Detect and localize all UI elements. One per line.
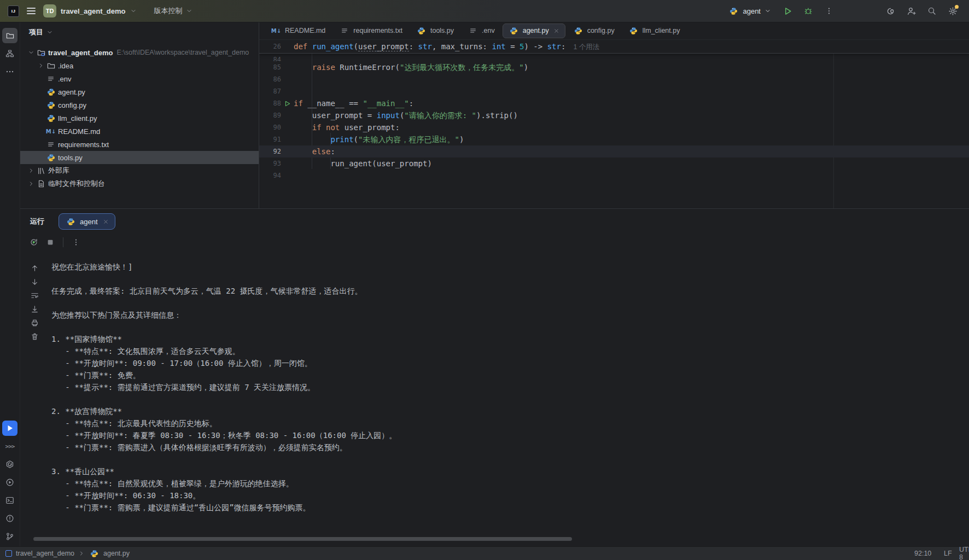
code-line-89[interactable]: 89 user_prompt = input("请输入你的需求: ").stri…	[259, 109, 969, 121]
tree-item-llm-client-py[interactable]: llm_client.py	[20, 112, 259, 125]
editor-tab-agent-py[interactable]: agent.py	[503, 24, 565, 38]
code-line-92[interactable]: 92 else:	[259, 145, 969, 158]
project-avatar: TD	[43, 4, 56, 18]
editor-tab-requirements-txt[interactable]: requirements.txt	[333, 24, 408, 38]
python-icon	[416, 27, 427, 35]
line-number: 92	[259, 145, 281, 158]
run-toolbar	[20, 232, 969, 252]
stripe-python-packages-icon[interactable]	[2, 457, 17, 472]
stripe-project-icon[interactable]	[2, 28, 17, 43]
code-line-88[interactable]: 88if __name__ == "__main__":	[259, 97, 969, 109]
tree-item-config-py[interactable]: config.py	[20, 98, 259, 112]
tree-item-tools-py[interactable]: tools.py	[20, 151, 259, 164]
code-line-93[interactable]: 93 run_agent(user_prompt)	[259, 158, 969, 170]
project-path: E:\soft\IDEA\workspace\travel_agent_demo	[117, 49, 249, 56]
gutter-slot	[281, 145, 294, 158]
code-text: def run_agent(user_prompt: str, max_turn…	[294, 40, 599, 53]
stripe-problems-icon[interactable]	[2, 511, 17, 526]
project-view-selector[interactable]: 项目	[20, 22, 259, 43]
editor-tab-readme-md[interactable]: M↓README.md	[265, 24, 331, 38]
stripe-more-tool-windows-icon[interactable]	[2, 64, 17, 79]
stripe-services-icon[interactable]	[2, 475, 17, 490]
run-tab-agent[interactable]: agent	[59, 213, 115, 230]
stripe-terminal-icon[interactable]	[2, 493, 17, 508]
console-line: - **特点**: 自然景观优美，植被翠绿，是户外游玩的绝佳选择。	[51, 477, 964, 489]
title-bar: IJ TD travel_agent_demo 版本控制 agent	[0, 0, 969, 22]
tree-item-travel-agent-demo[interactable]: travel_agent_demoE:\soft\IDEA\workspace\…	[20, 46, 259, 59]
stripe-structure-icon[interactable]	[2, 46, 17, 61]
tree-item-idea[interactable]: .idea	[20, 59, 259, 72]
debug-button[interactable]	[801, 3, 816, 19]
more-actions-button[interactable]	[821, 3, 837, 19]
settings-button[interactable]	[945, 3, 960, 19]
code-line-90[interactable]: 90 if not user_prompt:	[259, 121, 969, 133]
console-line: - **特点**: 文化氛围浓厚，适合多云天气参观。	[51, 345, 964, 357]
code-with-me-button[interactable]	[903, 3, 919, 19]
ai-assistant-button[interactable]	[883, 3, 898, 19]
editor-tab-llm-client-py[interactable]: llm_client.py	[622, 24, 686, 38]
console-line: 祝您在北京旅途愉快！]	[51, 261, 964, 273]
horizontal-scrollbar[interactable]	[33, 537, 572, 541]
editor-tab-env[interactable]: .env	[462, 24, 501, 38]
caret-position[interactable]: 92:10	[914, 547, 931, 560]
rerun-button[interactable]	[27, 235, 41, 249]
code-line-94[interactable]: 94	[259, 170, 969, 182]
stripe-run-icon[interactable]	[2, 421, 17, 436]
scroll-to-end-icon[interactable]	[28, 302, 41, 316]
gutter-slot	[281, 85, 294, 97]
stripe-version-control-icon[interactable]	[2, 529, 17, 544]
code-text: raise RuntimeError("达到最大循环次数，任务未完成。")	[294, 61, 528, 73]
usage-hint[interactable]: 1 个用法	[573, 43, 599, 51]
code-line-85[interactable]: 85 raise RuntimeError("达到最大循环次数，任务未完成。")	[259, 61, 969, 73]
more-options-button[interactable]	[69, 235, 83, 249]
close-icon[interactable]	[553, 28, 559, 34]
tree-item-env[interactable]: .env	[20, 72, 259, 85]
code-line-26[interactable]: 26def run_agent(user_prompt: str, max_tu…	[259, 40, 969, 54]
scroll-down-icon[interactable]	[28, 275, 41, 288]
soft-wrap-icon[interactable]	[28, 289, 41, 302]
code-line-91[interactable]: 91 print("未输入内容，程序已退出。")	[259, 133, 969, 145]
tree-item-requirements-txt[interactable]: requirements.txt	[20, 138, 259, 151]
search-everywhere-button[interactable]	[924, 3, 939, 19]
tree-item-临时文件和控制台[interactable]: 临时文件和控制台	[20, 177, 259, 190]
console-output[interactable]: 祝您在北京旅途愉快！] 任务完成，最终答案: 北京目前天气为多云，气温 22 摄…	[51, 261, 964, 527]
tree-item-agent-py[interactable]: agent.py	[20, 85, 259, 98]
line-number: 85	[259, 61, 281, 73]
chevron-down-icon	[764, 8, 771, 14]
close-icon[interactable]	[103, 219, 109, 225]
stripe-python-console-icon[interactable]: >>>	[2, 439, 17, 454]
tree-item-label: 临时文件和控制台	[48, 179, 105, 189]
code-line-84[interactable]: 84	[259, 54, 969, 61]
main-menu-button[interactable]	[27, 8, 36, 14]
code-text: user_prompt = input("请输入你的需求: ").strip()	[294, 109, 518, 121]
console-line: - **特点**: 北京最具代表性的历史地标。	[51, 417, 964, 429]
code-line-86[interactable]: 86	[259, 73, 969, 85]
editor-tab-tools-py[interactable]: tools.py	[410, 24, 460, 38]
project-selector[interactable]: TD travel_agent_demo	[43, 4, 137, 18]
code-text: run_agent(user_prompt)	[294, 158, 432, 170]
breadcrumb-project[interactable]: travel_agent_demo	[16, 550, 74, 557]
file-encoding[interactable]: UTF-8	[959, 547, 969, 560]
code-editor[interactable]: 26def run_agent(user_prompt: str, max_tu…	[259, 40, 969, 208]
code-line-87[interactable]: 87	[259, 85, 969, 97]
gutter-slot	[281, 54, 294, 61]
print-icon[interactable]	[28, 316, 41, 329]
stop-button[interactable]	[43, 235, 57, 249]
project-tree: travel_agent_demoE:\soft\IDEA\workspace\…	[20, 46, 259, 190]
line-separator[interactable]: LF	[944, 547, 952, 560]
tab-label: .env	[482, 27, 495, 34]
tree-item-readme-md[interactable]: M↓README.md	[20, 125, 259, 138]
run-configuration-selector[interactable]: agent	[728, 7, 771, 15]
line-number: 86	[259, 73, 281, 85]
scroll-up-icon[interactable]	[28, 261, 41, 275]
breadcrumb-file[interactable]: agent.py	[103, 550, 130, 557]
clear-all-icon[interactable]	[28, 330, 41, 343]
run-gutter-icon[interactable]	[281, 97, 294, 109]
python-icon	[45, 154, 56, 162]
editor-tab-config-py[interactable]: config.py	[567, 24, 621, 38]
gutter-slot	[281, 121, 294, 133]
breadcrumb[interactable]: travel_agent_demo agent.py	[0, 550, 130, 558]
run-button[interactable]	[780, 3, 795, 19]
vcs-menu[interactable]: 版本控制	[154, 6, 192, 16]
tree-item-外部库[interactable]: 外部库	[20, 164, 259, 177]
